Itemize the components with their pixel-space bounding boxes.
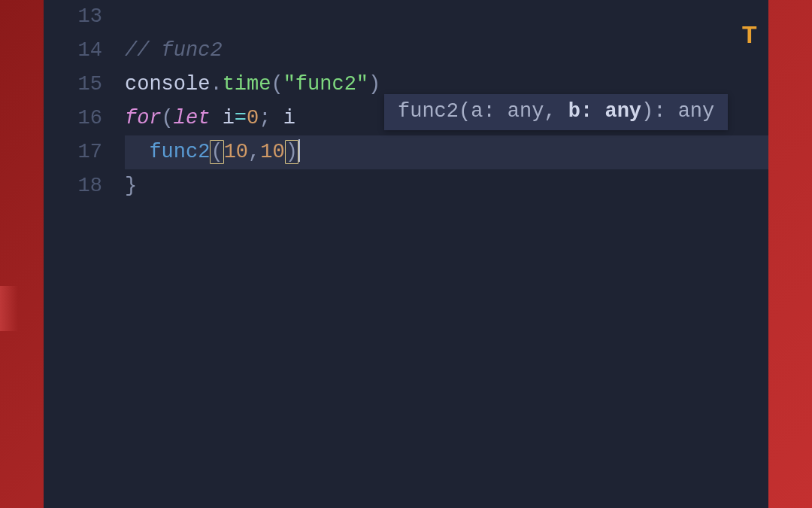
text-cursor <box>298 139 300 162</box>
space-token <box>271 107 283 129</box>
operator-token: = <box>235 107 247 129</box>
desktop-edge-highlight <box>0 286 18 331</box>
punct-token: . <box>210 73 222 96</box>
bracket-match-open: ( <box>210 140 223 164</box>
indent-token <box>125 141 149 163</box>
brace-token: } <box>125 175 137 197</box>
number-token: 0 <box>247 107 259 129</box>
number-token: 10 <box>260 141 284 163</box>
string-token: "func2" <box>283 73 368 96</box>
line-number: 17 <box>44 135 102 169</box>
line-number: 13 <box>44 0 102 34</box>
punct-token: ) <box>368 73 380 96</box>
line-number-gutter: 13 14 15 16 17 18 <box>44 0 125 508</box>
minimap-region-indicator[interactable]: T <box>742 21 766 39</box>
method-token: time <box>223 73 271 96</box>
line-number: 14 <box>44 34 102 68</box>
signature-suffix: ): any <box>641 100 714 123</box>
comment-token: // func2 <box>125 39 223 62</box>
keyword-token: for <box>125 107 162 129</box>
variable-token: i <box>283 107 308 129</box>
number-token: 10 <box>224 141 248 163</box>
code-line-17-current[interactable]: func2(10,10) <box>125 135 768 169</box>
punct-token: ; <box>259 107 271 129</box>
line-number: 18 <box>44 169 102 203</box>
signature-prefix: func2(a: any, <box>398 100 568 123</box>
punct-token: ( <box>271 73 283 96</box>
line-number: 15 <box>44 68 102 102</box>
variable-token: i <box>223 107 235 129</box>
code-line-18[interactable]: } <box>125 169 768 203</box>
code-content-area[interactable]: // func2 console.time("func2") for(let i… <box>125 0 768 508</box>
signature-active-param: b: any <box>568 100 641 123</box>
punct-token: ( <box>162 107 174 129</box>
function-call-token: func2 <box>149 141 210 163</box>
code-line-14[interactable]: // func2 <box>125 34 768 68</box>
signature-help-popup: func2(a: any, b: any): any <box>384 94 728 130</box>
keyword-token: let <box>174 107 211 129</box>
code-line-13[interactable] <box>125 0 768 34</box>
code-editor[interactable]: 13 14 15 16 17 18 // func2 console.time(… <box>44 0 768 508</box>
bracket-match-close: ) <box>285 140 298 164</box>
identifier-token: console <box>125 73 210 96</box>
line-number: 16 <box>44 102 102 135</box>
space-token <box>210 107 222 129</box>
punct-token: , <box>248 141 260 163</box>
